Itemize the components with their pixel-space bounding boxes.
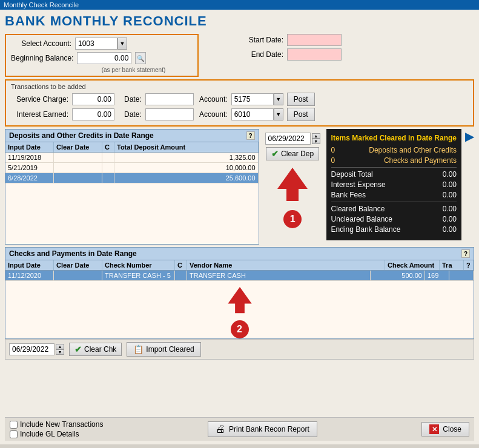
start-date-input[interactable] xyxy=(287,34,342,46)
bottom-spin-down[interactable]: ▼ xyxy=(56,349,64,355)
deposits-row-1[interactable]: 11/19/2018 1,325.00 xyxy=(5,153,259,163)
deposits-row3-c xyxy=(102,173,114,183)
right-arrow-icon[interactable]: ▶ xyxy=(465,129,474,143)
service-charge-post-button[interactable]: Post xyxy=(287,93,315,106)
clear-chk-checkmark-icon: ✔ xyxy=(74,344,82,354)
arrow-2-number: 2 xyxy=(231,320,249,338)
deposits-help-button[interactable]: ? xyxy=(246,131,255,140)
deposits-row3-clear-date xyxy=(54,173,102,183)
title-bar-text: Monthly Check Reconcile xyxy=(4,1,79,8)
deposits-row2-clear-date xyxy=(54,163,102,173)
deposits-panel-title: Deposits and Other Credits in Date Range xyxy=(9,131,154,140)
service-charge-date-input[interactable] xyxy=(145,93,194,105)
summary-deposits-value: 0 xyxy=(331,146,335,154)
include-gl-details-row[interactable]: Include GL Details xyxy=(10,430,103,438)
checks-row1-vendor: TRANSFER CASH xyxy=(187,271,371,280)
beginning-balance-input[interactable]: 0.00 xyxy=(77,52,131,64)
summary-deposits-label: Deposits and Other Credits xyxy=(369,146,457,154)
checks-panel: Checks and Payments in Date Range ? Inpu… xyxy=(5,247,474,339)
clear-dep-button[interactable]: ✔ Clear Dep xyxy=(266,147,319,160)
checks-col-help[interactable]: ? xyxy=(464,260,474,270)
include-gl-details-label: Include GL Details xyxy=(20,430,79,438)
summary-interest-expense-label: Interest Expense xyxy=(331,180,386,189)
transactions-title: Transactions to be added xyxy=(11,83,468,90)
print-bank-recon-button[interactable]: 🖨 Print Bank Recon Report xyxy=(208,421,317,437)
summary-uncleared-balance-value: 0.00 xyxy=(443,215,457,223)
service-charge-account-control[interactable]: ▼ xyxy=(231,93,283,105)
summary-bank-fees-value: 0.00 xyxy=(443,191,457,199)
interest-earned-row: Interest Earned: Date: Account: ▼ Post xyxy=(11,108,468,121)
account-dropdown-btn[interactable]: ▼ xyxy=(117,38,127,50)
clear-chk-button[interactable]: ✔ Clear Chk xyxy=(69,343,122,356)
checks-row1-extra xyxy=(449,271,474,280)
clear-dep-date-input[interactable] xyxy=(265,133,311,145)
deposits-col-c: C xyxy=(102,142,114,152)
checks-col-input-date: Input Date xyxy=(5,260,54,270)
service-charge-input[interactable] xyxy=(72,93,114,105)
summary-divider-2 xyxy=(331,202,457,202)
bottom-date-area[interactable]: ▲ ▼ xyxy=(9,343,64,355)
checks-col-clear-date: Clear Date xyxy=(54,260,102,270)
date-spin-buttons: ▲ ▼ xyxy=(312,133,320,144)
clear-dep-area: ▲ ▼ ✔ Clear Dep 1 xyxy=(262,129,324,232)
bottom-spin-up[interactable]: ▲ xyxy=(56,344,64,349)
interest-earned-dropdown-btn[interactable]: ▼ xyxy=(274,108,283,120)
svg-marker-0 xyxy=(277,168,308,201)
interest-earned-account-control[interactable]: ▼ xyxy=(231,108,283,120)
close-x-icon: ✕ xyxy=(429,424,439,434)
search-icon[interactable]: 🔍 xyxy=(135,52,146,64)
account-select-control[interactable]: 1003 ▼ xyxy=(75,38,127,50)
title-bar: Monthly Check Reconcile xyxy=(0,0,479,10)
summary-checks-label: Checks and Payments xyxy=(384,156,457,165)
checks-panel-title: Checks and Payments in Date Range xyxy=(9,249,137,258)
deposits-row-3[interactable]: 6/28/2022 25,600.00 xyxy=(5,173,259,183)
include-new-transactions-checkbox[interactable] xyxy=(10,421,18,429)
deposits-table-header: Input Date Clear Date C Total Deposit Am… xyxy=(5,142,259,153)
arrow-1-svg xyxy=(277,168,308,210)
main-window: BANK MONTHLY RECONCILE Select Account: 1… xyxy=(0,10,479,444)
summary-title: Items Marked Cleared in Date Range xyxy=(331,134,457,142)
checks-row1-input-date: 11/12/2020 xyxy=(5,271,54,280)
deposits-row2-input-date: 5/21/2019 xyxy=(5,163,54,173)
start-date-row: Start Date: xyxy=(241,34,342,46)
checks-help-button[interactable]: ? xyxy=(461,249,470,258)
deposits-row-2[interactable]: 5/21/2019 10,000.00 xyxy=(5,163,259,173)
deposits-row1-c xyxy=(102,153,114,162)
checks-row-1[interactable]: 11/12/2020 TRANSFER CASH - 5 TRANSFER CA… xyxy=(5,271,474,281)
start-date-label: Start Date: xyxy=(241,36,283,44)
end-date-input[interactable] xyxy=(287,48,342,61)
date-spin-down[interactable]: ▼ xyxy=(312,139,320,144)
checks-panel-header: Checks and Payments in Date Range ? xyxy=(5,247,474,260)
interest-earned-input[interactable] xyxy=(72,108,114,120)
summary-divider-1 xyxy=(331,167,457,168)
service-charge-account-input[interactable] xyxy=(231,93,274,105)
include-new-transactions-label: Include New Transactions xyxy=(20,420,103,429)
clear-dep-checkmark-icon: ✔ xyxy=(271,149,279,159)
account-input[interactable]: 1003 xyxy=(75,38,117,50)
deposits-row2-c xyxy=(102,163,114,173)
beginning-balance-label: Beginning Balance: xyxy=(11,54,73,62)
bottom-date-input[interactable] xyxy=(9,343,55,355)
summary-checks-row: 0 Checks and Payments xyxy=(331,156,457,165)
include-new-transactions-row[interactable]: Include New Transactions xyxy=(10,420,103,429)
summary-ending-balance-row: Ending Bank Balance 0.00 xyxy=(331,225,457,234)
summary-deposit-total-value: 0.00 xyxy=(443,170,457,179)
summary-cleared-balance-value: 0.00 xyxy=(443,205,457,213)
date-spin-up[interactable]: ▲ xyxy=(312,133,320,139)
checks-row1-check-number: TRANSFER CASH - 5 xyxy=(102,271,175,280)
summary-bank-fees-row: Bank Fees 0.00 xyxy=(331,191,457,199)
interest-earned-account-label: Account: xyxy=(197,110,228,119)
import-cleared-button[interactable]: 📋 Import Cleared xyxy=(127,342,200,357)
close-button[interactable]: ✕ Close xyxy=(421,422,469,436)
deposits-col-clear-date: Clear Date xyxy=(54,142,102,152)
include-gl-details-checkbox[interactable] xyxy=(10,430,18,438)
service-charge-account-label: Account: xyxy=(197,95,228,104)
service-charge-dropdown-btn[interactable]: ▼ xyxy=(274,93,283,105)
summary-deposit-total-row: Deposit Total 0.00 xyxy=(331,170,457,179)
summary-ending-balance-value: 0.00 xyxy=(443,225,457,234)
deposits-panel-header: Deposits and Other Credits in Date Range… xyxy=(5,129,259,142)
interest-earned-account-input[interactable] xyxy=(231,108,274,120)
interest-earned-post-button[interactable]: Post xyxy=(287,108,315,121)
interest-earned-date-input[interactable] xyxy=(145,108,194,120)
clear-dep-date-control[interactable]: ▲ ▼ xyxy=(265,133,320,145)
